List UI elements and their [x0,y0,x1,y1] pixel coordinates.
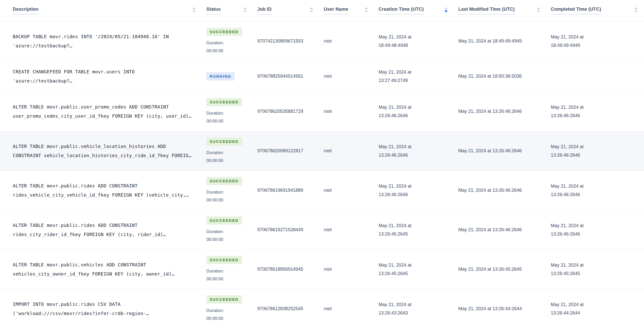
last-modified-time: May 21, 2024 at 13:26:45:2645 [458,265,551,273]
jobs-table-body: BACKUP TABLE movr.rides INTO '/2024/05/2… [0,21,644,328]
creation-time: May 21, 2024 at 13:26:46:2646 [379,103,433,120]
creation-time: May 21, 2024 at 18:49:48:4948 [379,33,433,50]
status-badge: SUCCEEDED [206,256,242,264]
sort-down-arrow-icon [445,10,448,12]
status-badge: SUCCEEDED [206,177,242,185]
duration-value: 00:00:00 [206,117,257,125]
user-name: root [324,37,379,45]
creation-time: May 21, 2024 at 13:26:43:2643 [379,300,433,317]
sort-up-arrow-icon [634,7,637,9]
completed-time: May 21, 2024 at 13:26:44:2644 [551,300,605,317]
job-description-link[interactable]: ALTER TABLE movr.public.user_promo_codes… [13,102,201,121]
job-id: 970678612838252545 [257,305,324,313]
job-id: 970678619271528449 [257,226,324,234]
table-row[interactable]: ALTER TABLE movr.public.vehicle_location… [0,131,644,171]
jobs-table-header: Description Status Job ID User Name [0,0,644,21]
job-description-link[interactable]: ALTER TABLE movr.public.rides ADD CONSTR… [13,181,201,200]
duration-value: 00:00:00 [206,314,257,322]
last-modified-time: May 21, 2024 at 13:26:46:2646 [458,147,551,155]
duration-value: 00:00:00 [206,47,257,55]
column-header-label: User Name [324,7,348,15]
job-description-link[interactable]: CREATE CHANGEFEED FOR TABLE movr.users I… [13,67,201,86]
last-modified-time: May 21, 2024 at 13:26:46:2646 [458,186,551,195]
duration-label: Duration: [206,188,257,196]
sort-down-arrow-icon [193,10,196,12]
table-row[interactable]: ALTER TABLE movr.public.rides ADD CONSTR… [0,171,644,210]
job-description-link[interactable]: ALTER TABLE movr.public.vehicle_location… [13,142,201,160]
job-id: 970678618856914945 [257,265,324,273]
last-modified-time: May 21, 2024 at 18:50:36:5036 [458,72,551,80]
column-header-job-id[interactable]: Job ID [257,0,324,21]
user-name: root [324,265,379,273]
status-badge: SUCCEEDED [206,28,242,36]
last-modified-time: May 21, 2024 at 18:49:49:4949 [458,37,551,45]
sort-down-arrow-icon [634,10,637,12]
sort-up-arrow-icon [244,7,247,9]
column-header-status[interactable]: Status [206,0,257,21]
duration-label: Duration: [206,228,257,236]
job-description-link[interactable]: ALTER TABLE movr.public.vehicles ADD CON… [13,260,201,279]
duration-label: Duration: [206,39,257,47]
job-duration: Duration: 00:00:00 [206,149,257,164]
job-duration: Duration: 00:00:00 [206,39,257,55]
job-id: 970742130859671553 [257,37,324,45]
completed-time: May 21, 2024 at 13:26:46:2646 [551,182,605,199]
job-id: 970678620535881729 [257,107,324,116]
sort-icon [634,7,637,12]
last-modified-time: May 21, 2024 at 13:26:46:2646 [458,107,551,116]
table-row[interactable]: ALTER TABLE movr.public.rides ADD CONSTR… [0,210,644,250]
column-header-completed-time-utc[interactable]: Completed Time (UTC) [551,0,644,21]
job-id: 970678619691941889 [257,186,324,195]
duration-label: Duration: [206,109,257,117]
user-name: root [324,305,379,313]
job-description-link[interactable]: ALTER TABLE movr.public.rides ADD CONSTR… [13,221,201,239]
sort-up-arrow-icon [310,7,313,9]
sort-icon [193,7,196,12]
duration-value: 00:00:00 [206,196,257,204]
job-id: 970678620089122817 [257,147,324,155]
creation-time: May 21, 2024 at 13:27:49:2749 [379,68,433,85]
column-header-user-name[interactable]: User Name [324,0,379,21]
duration-value: 00:00:00 [206,236,257,243]
last-modified-time: May 21, 2024 at 13:26:46:2646 [458,226,551,234]
sort-down-arrow-icon [310,10,313,12]
column-header-creation-time-utc[interactable]: Creation Time (UTC) [379,0,458,21]
user-name: root [324,147,379,155]
duration-label: Duration: [206,267,257,275]
completed-time: May 21, 2024 at 18:49:49:4949 [551,33,605,50]
sort-icon [244,7,247,12]
jobs-table: Description Status Job ID User Name [0,0,644,328]
job-duration: Duration: 00:00:00 [206,188,257,204]
completed-time: May 21, 2024 at 13:26:45:2645 [551,261,605,278]
table-row[interactable]: ALTER TABLE movr.public.vehicles ADD CON… [0,250,644,289]
job-description-link[interactable]: IMPORT INTO movr.public.rides CSV DATA (… [13,300,201,318]
table-row[interactable]: IMPORT INTO movr.public.rides CSV DATA (… [0,289,644,328]
column-header-label: Creation Time (UTC) [379,7,424,15]
user-name: root [324,72,379,80]
sort-up-arrow-icon [537,7,540,9]
sort-up-arrow-icon [445,7,448,9]
table-row[interactable]: BACKUP TABLE movr.rides INTO '/2024/05/2… [0,21,644,61]
column-header-last-modified-time-utc[interactable]: Last Modified Time (UTC) [458,0,551,21]
column-header-description[interactable]: Description [0,0,206,21]
user-name: root [324,226,379,234]
table-row[interactable]: CREATE CHANGEFEED FOR TABLE movr.users I… [0,61,644,92]
job-id: 970678825944514561 [257,72,324,80]
job-duration: Duration: 00:00:00 [206,267,257,283]
job-duration: Duration: 00:00:00 [206,109,257,125]
status-badge: SUCCEEDED [206,138,242,146]
sort-down-arrow-icon [244,10,247,12]
sort-icon [445,7,448,12]
job-duration: Duration: 00:00:00 [206,307,257,322]
sort-up-arrow-icon [365,7,368,9]
sort-icon [537,7,540,12]
completed-time: May 21, 2024 at 13:26:46:2646 [551,222,605,238]
creation-time: May 21, 2024 at 13:26:46:2646 [379,143,433,159]
completed-time: May 21, 2024 at 13:26:46:2646 [551,103,605,120]
user-name: root [324,186,379,195]
table-row[interactable]: ALTER TABLE movr.public.user_promo_codes… [0,92,644,131]
job-description-link[interactable]: BACKUP TABLE movr.rides INTO '/2024/05/2… [13,32,201,50]
header-row: Description Status Job ID User Name [0,0,644,21]
creation-time: May 21, 2024 at 13:26:45:2645 [379,261,433,278]
sort-icon [310,7,313,12]
